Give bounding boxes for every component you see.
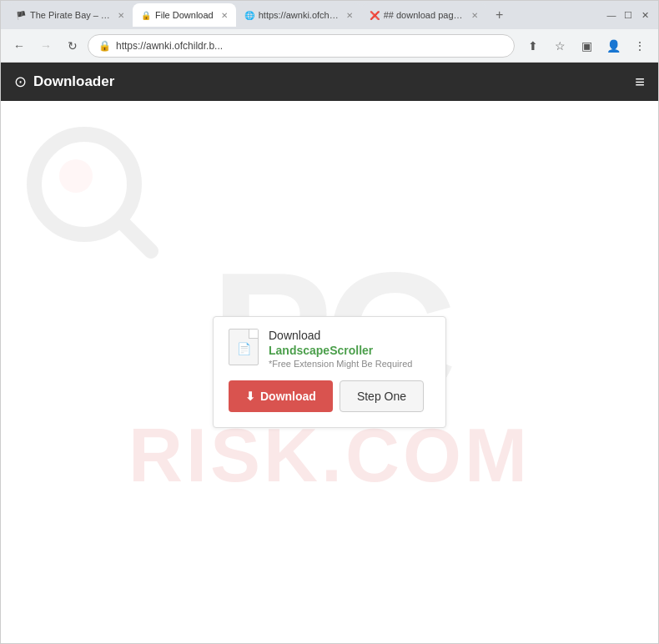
forward-button[interactable]: → <box>34 34 58 58</box>
card-top: 📄 Download LandscapeScroller *Free Exten… <box>229 329 412 369</box>
minimize-button[interactable]: — <box>605 8 618 22</box>
app-bar: ⊙ Downloader ≡ <box>1 63 658 101</box>
download-card: 📄 Download LandscapeScroller *Free Exten… <box>213 316 446 428</box>
step-one-button-label: Step One <box>357 390 406 403</box>
download-button-label: Download <box>260 390 316 403</box>
maximize-button[interactable]: ☐ <box>621 8 635 22</box>
browser-frame: 🏴 The Pirate Bay – The ga… ✕ 🔒 File Down… <box>0 0 659 644</box>
sidebar-button[interactable]: ▣ <box>575 34 598 58</box>
address-bar[interactable]: 🔒 https://awnki.ofchildr.b... <box>88 34 515 58</box>
tab-downloadpage-label: ## download page ## <box>384 10 464 20</box>
tab-awnki-close[interactable]: ✕ <box>346 11 353 20</box>
tab-filedownload-label: File Download <box>155 10 214 20</box>
tab-awnki[interactable]: 🌐 https://awnki.ofchildr.b… ✕ <box>236 3 361 27</box>
tab-downloadpage-close[interactable]: ✕ <box>471 11 478 20</box>
svg-line-1 <box>122 222 151 251</box>
download-icon: ⬇ <box>245 390 255 403</box>
tab-piratebay[interactable]: 🏴 The Pirate Bay – The ga… ✕ <box>8 3 133 27</box>
tab-awnki-label: https://awnki.ofchildr.b… <box>259 10 339 20</box>
file-icon-inner: 📄 <box>237 342 251 355</box>
app-bar-menu-button[interactable]: ≡ <box>635 73 645 92</box>
tab-filedownload-close[interactable]: ✕ <box>221 11 228 20</box>
app-bar-camera-icon: ⊙ <box>14 73 27 91</box>
card-info: Download LandscapeScroller *Free Extensi… <box>269 329 412 369</box>
menu-button[interactable]: ⋮ <box>628 34 651 58</box>
svg-point-2 <box>59 159 93 193</box>
title-bar: 🏴 The Pirate Bay – The ga… ✕ 🔒 File Down… <box>1 1 658 29</box>
app-bar-title: Downloader <box>33 73 114 90</box>
share-button[interactable]: ⬆ <box>521 34 545 58</box>
main-content: PC RISK.COM 📄 Download LandscapeScroller… <box>1 101 658 643</box>
reload-button[interactable]: ↻ <box>61 34 84 58</box>
tab-awnki-icon: 🌐 <box>244 11 254 20</box>
download-button[interactable]: ⬇ Download <box>229 380 333 412</box>
address-text: https://awnki.ofchildr.b... <box>116 40 223 52</box>
file-icon: 📄 <box>229 329 259 365</box>
magnifier-watermark <box>26 126 159 259</box>
card-software-name: LandscapeScroller <box>269 344 412 357</box>
account-button[interactable]: 👤 <box>601 34 625 58</box>
window-controls: — ☐ ✕ <box>605 8 651 22</box>
tab-piratebay-close[interactable]: ✕ <box>118 11 124 20</box>
bookmark-button[interactable]: ☆ <box>548 34 571 58</box>
card-buttons: ⬇ Download Step One <box>229 380 424 412</box>
nav-bar: ← → ↻ 🔒 https://awnki.ofchildr.b... ⬆ ☆ … <box>1 29 658 63</box>
tab-piratebay-label: The Pirate Bay – The ga… <box>30 10 110 20</box>
tab-downloadpage[interactable]: ❌ ## download page ## ✕ <box>361 3 486 27</box>
card-title: Download <box>269 329 412 342</box>
tab-filedownload-icon: 🔒 <box>141 11 151 20</box>
nav-actions: ⬆ ☆ ▣ 👤 ⋮ <box>521 34 651 58</box>
svg-point-0 <box>34 134 134 234</box>
card-note: *Free Extension Might Be Required <box>269 359 412 369</box>
step-one-button[interactable]: Step One <box>340 380 424 412</box>
tab-filedownload[interactable]: 🔒 File Download ✕ <box>133 3 236 27</box>
back-button[interactable]: ← <box>8 34 31 58</box>
close-button[interactable]: ✕ <box>638 8 651 22</box>
tab-piratebay-icon: 🏴 <box>16 11 26 20</box>
lock-icon: 🔒 <box>98 40 111 52</box>
new-tab-button[interactable]: + <box>490 5 510 25</box>
tab-downloadpage-icon: ❌ <box>370 11 380 20</box>
